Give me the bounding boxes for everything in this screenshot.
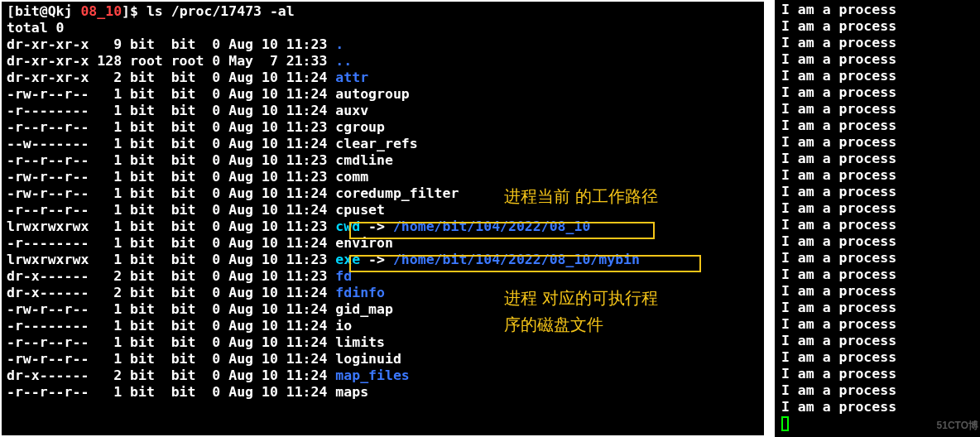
right-output-line: I am a process — [781, 2, 973, 18]
right-terminal-pane[interactable]: I am a processI am a processI am a proce… — [775, 0, 980, 437]
right-output-line: I am a process — [781, 333, 973, 349]
cursor — [781, 416, 789, 431]
right-output-line: I am a process — [781, 184, 973, 200]
right-output-line: I am a process — [781, 134, 973, 151]
listing-row: -r-------- 1 bit bit 0 Aug 10 11:24 io — [7, 318, 759, 334]
pane-divider — [766, 0, 775, 437]
listing-row: -rw-r--r-- 1 bit bit 0 Aug 10 11:24 auto… — [7, 86, 759, 103]
listing-row: dr-x------ 2 bit bit 0 Aug 10 11:23 fd — [7, 268, 759, 285]
listing-row: -r-------- 1 bit bit 0 Aug 10 11:24 envi… — [7, 235, 759, 252]
right-output-line: I am a process — [781, 382, 973, 399]
left-terminal-pane[interactable]: [bit@Qkj 08_10]$ ls /proc/17473 -al tota… — [0, 0, 766, 437]
file-listing: dr-xr-xr-x 9 bit bit 0 Aug 10 11:23 .dr-… — [7, 36, 759, 401]
right-output-line: I am a process — [781, 217, 973, 233]
right-output-line: I am a process — [781, 300, 973, 316]
right-output-line: I am a process — [781, 399, 973, 415]
right-output-line: I am a process — [781, 51, 973, 68]
listing-row: --w------- 1 bit bit 0 Aug 10 11:24 clea… — [7, 136, 759, 152]
right-output-line: I am a process — [781, 267, 973, 283]
prompt-line: [bit@Qkj 08_10]$ ls /proc/17473 -al — [7, 3, 759, 20]
right-output-line: I am a process — [781, 68, 973, 84]
right-output-line: I am a process — [781, 167, 973, 184]
listing-row: dr-xr-xr-x 9 bit bit 0 Aug 10 11:23 . — [7, 36, 759, 53]
right-output-line: I am a process — [781, 316, 973, 333]
listing-row: -r--r--r-- 1 bit bit 0 Aug 10 11:24 limi… — [7, 334, 759, 351]
listing-row: lrwxrwxrwx 1 bit bit 0 Aug 10 11:23 cwd … — [7, 218, 759, 235]
right-output-line: I am a process — [781, 35, 973, 51]
right-output-line: I am a process — [781, 18, 973, 35]
listing-row: -rw-r--r-- 1 bit bit 0 Aug 10 11:24 logi… — [7, 351, 759, 367]
listing-row: -r--r--r-- 1 bit bit 0 Aug 10 11:23 cmdl… — [7, 152, 759, 169]
listing-row: -r--r--r-- 1 bit bit 0 Aug 10 11:24 maps — [7, 384, 759, 401]
listing-row: dr-xr-xr-x 128 root root 0 May 7 21:33 .… — [7, 53, 759, 70]
listing-row: -r-------- 1 bit bit 0 Aug 10 11:24 auxv — [7, 103, 759, 119]
listing-row: dr-x------ 2 bit bit 0 Aug 10 11:24 map_… — [7, 367, 759, 384]
right-output-line: I am a process — [781, 84, 973, 101]
right-output-line: I am a process — [781, 366, 973, 382]
right-output-line: I am a process — [781, 233, 973, 250]
annotation-exe-line1: 进程 对应的可执行程 — [504, 290, 658, 306]
total-line: total 0 — [7, 20, 759, 36]
right-output-line: I am a process — [781, 349, 973, 366]
watermark: 51CTO博 — [937, 417, 978, 434]
right-output-line: I am a process — [781, 200, 973, 217]
right-output-line: I am a process — [781, 151, 973, 167]
right-output-line: I am a process — [781, 118, 973, 134]
right-output-line: I am a process — [781, 283, 973, 300]
right-output-line: I am a process — [781, 250, 973, 267]
listing-row: -rw-r--r-- 1 bit bit 0 Aug 10 11:23 comm — [7, 169, 759, 185]
listing-row: lrwxrwxrwx 1 bit bit 0 Aug 10 11:23 exe … — [7, 252, 759, 268]
right-output-lines: I am a processI am a processI am a proce… — [781, 2, 973, 432]
annotation-cwd: 进程当前 的工作路径 — [504, 188, 658, 204]
listing-row: -r--r--r-- 1 bit bit 0 Aug 10 11:23 cgro… — [7, 119, 759, 136]
listing-row: dr-xr-xr-x 2 bit bit 0 Aug 10 11:24 attr — [7, 70, 759, 86]
right-output-line: I am a process — [781, 101, 973, 118]
annotation-exe-line2: 序的磁盘文件 — [504, 316, 603, 333]
